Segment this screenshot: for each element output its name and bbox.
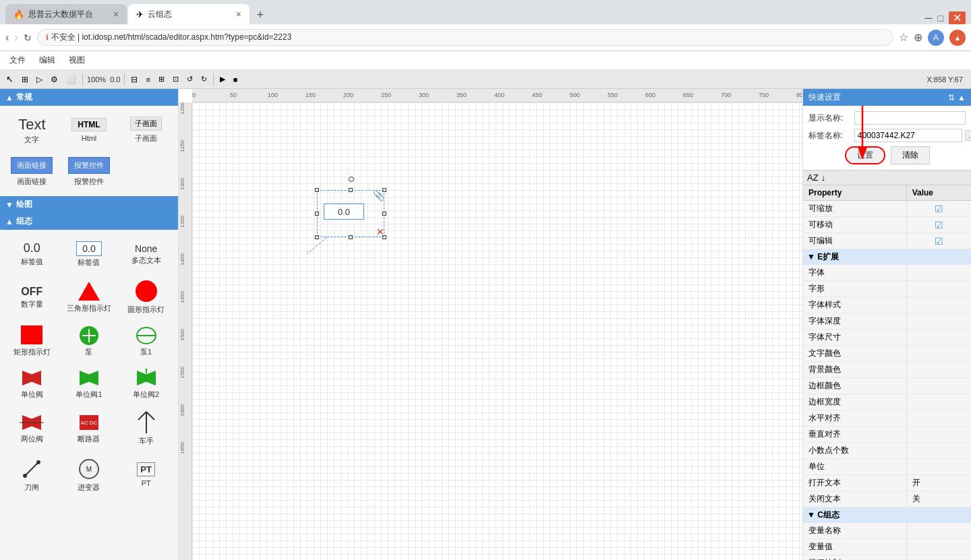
prop-textcolor-value[interactable] [906, 346, 971, 362]
single-valve1-label: 单位阀1 [76, 390, 102, 400]
selected-element-wrapper[interactable]: 0.0 📎 ✕ [317, 190, 384, 237]
nav-back[interactable]: ‹ [5, 32, 9, 44]
toolbar-redo-btn[interactable]: ↻ [198, 73, 210, 86]
menu-item-view[interactable]: 视图 [65, 53, 89, 67]
prop-bordercolor-value[interactable] [906, 378, 971, 394]
qs-set-button[interactable]: 设置 [845, 146, 885, 164]
menu-item-edit[interactable]: 编辑 [35, 53, 59, 67]
sidebar-item-pt[interactable]: PT PT [118, 452, 174, 497]
qs-sort-icon[interactable]: ⇅ [948, 93, 955, 102]
toolbar-btn3[interactable]: ⚙ [47, 73, 61, 86]
sidebar-item-tag-value[interactable]: 0.0 标签值 [4, 234, 60, 274]
prop-fontsize-value[interactable] [906, 330, 971, 346]
prop-decimals-value[interactable] [906, 443, 971, 459]
section-drawing-header[interactable]: ▼ 绘图 [0, 196, 178, 213]
toolbar-btn1[interactable]: ⊞ [18, 73, 32, 86]
prop-varname-value[interactable] [906, 523, 971, 539]
prop-movable-value[interactable]: ☑ [906, 217, 971, 233]
toolbar-btn2[interactable]: ▷ [33, 73, 46, 86]
prop-opentext-value[interactable]: 开 [906, 475, 971, 491]
toolbar-play-btn[interactable]: ▶ [216, 73, 229, 86]
section-normal-header[interactable]: ▲ 常规 [0, 89, 178, 106]
section-component-header[interactable]: ▲ 组态 [0, 213, 178, 230]
toolbar-align-btn[interactable]: ≡ [142, 73, 153, 86]
right-panel: 快速设置 ⇅ ▲ 显示名称: 标签名称: ... 设置 [802, 89, 971, 560]
sidebar-item-subpage[interactable]: 子画面 子画面 [118, 110, 174, 150]
select-tool[interactable]: ↖ [3, 72, 17, 86]
qs-tag-browse-btn[interactable]: ... [965, 130, 971, 141]
sidebar-item-hand[interactable]: 车手 [118, 406, 174, 451]
prop-remctrl-value[interactable] [906, 555, 971, 561]
sidebar-item-motor[interactable]: M 进变器 [61, 452, 117, 497]
sidebar-item-screen-link[interactable]: 画面链接 画面链接 [4, 152, 60, 192]
prop-borderwidth-value[interactable] [906, 394, 971, 410]
sidebar-item-single-valve[interactable]: 单位阀 [4, 363, 60, 404]
tab2-close[interactable]: × [236, 9, 241, 20]
qs-expand-icon[interactable]: ▲ [958, 93, 966, 102]
close-button[interactable]: ✕ [949, 11, 966, 24]
sidebar-item-single-valve2[interactable]: 单位阀2 [118, 363, 174, 404]
delete-icon[interactable]: ✕ [376, 226, 384, 237]
address-text[interactable]: 不安全 | iot.idosp.net/html/scada/editor.as… [51, 32, 292, 43]
toolbar-align3-btn[interactable]: ⊡ [169, 73, 182, 86]
qs-tag-name-input[interactable] [854, 129, 962, 142]
prop-fontstyle2-value[interactable] [906, 297, 971, 313]
sidebar-item-pump[interactable]: 泵 [61, 321, 117, 362]
update-badge[interactable]: ▲ [949, 30, 966, 46]
toolbar-align2-btn[interactable]: ⊞ [155, 73, 168, 86]
sidebar-item-html[interactable]: HTML Html [61, 110, 117, 150]
prop-varvalue-value[interactable] [906, 539, 971, 555]
tab1-close[interactable]: × [113, 9, 119, 20]
prop-font-value[interactable] [906, 265, 971, 281]
sidebar-item-tag-label[interactable]: 0.0 标签值 [61, 234, 117, 274]
prop-bgcolor-value[interactable] [906, 362, 971, 378]
toolbar-undo-btn[interactable]: ↺ [183, 73, 196, 86]
prop-scalable-value[interactable]: ☑ [906, 201, 971, 217]
minimize-button[interactable]: ─ [924, 12, 932, 24]
sidebar-item-digital[interactable]: OFF 数字量 [4, 276, 60, 319]
sidebar-item-triangle[interactable]: 三角形指示灯 [61, 276, 117, 319]
canvas-grid[interactable]: 0.0 📎 ✕ [192, 102, 802, 560]
prop-sort-az[interactable]: AZ [807, 173, 819, 183]
prop-fontstyle-value[interactable] [906, 281, 971, 297]
bookmark-icon[interactable]: ☆ [899, 31, 908, 44]
qs-display-name-input[interactable] [854, 111, 966, 125]
tab-active-2[interactable]: ✈ 云组态 × [128, 4, 249, 24]
prop-section-c-label[interactable]: ▼ C组态 [803, 507, 971, 524]
prop-closetext-value[interactable]: 关 [906, 491, 971, 507]
sidebar-item-double-valve[interactable]: 两位阀 [4, 406, 60, 451]
section-component-collapse: ▲ [5, 217, 13, 226]
prop-unit-value[interactable] [906, 459, 971, 475]
sidebar-item-alarm-ctrl[interactable]: 报警控件 报警控件 [61, 152, 117, 192]
tab-inactive-1[interactable]: 🔥 思普云大数据平台 × [5, 4, 127, 24]
prop-halign-value[interactable] [906, 410, 971, 427]
nav-refresh[interactable]: ↻ [24, 32, 32, 43]
new-tab-button[interactable]: + [251, 5, 270, 24]
restore-button[interactable]: □ [938, 13, 943, 24]
sidebar-item-breaker[interactable]: AC DC 断路器 [61, 406, 117, 451]
search-icon[interactable]: ⊕ [914, 31, 922, 44]
prop-valign-value[interactable] [906, 427, 971, 443]
qs-clear-button[interactable]: 清除 [891, 146, 930, 164]
sidebar-item-rect[interactable]: 矩形指示灯 [4, 321, 60, 362]
sidebar-item-circle[interactable]: 圆形指示灯 [118, 276, 174, 319]
prop-sort-desc[interactable]: ↓ [821, 173, 826, 183]
section-normal-content: Text 文字 HTML Html 子画面 子画面 画面链接 画面链接 报警控件… [0, 106, 178, 196]
sidebar-item-knife[interactable]: 刀闸 [4, 452, 60, 497]
handle-rotate[interactable] [349, 177, 354, 182]
prop-editable-value[interactable]: ☑ [906, 233, 971, 249]
nav-forward[interactable]: › [14, 32, 18, 44]
profile-avatar[interactable]: A [928, 30, 944, 46]
sidebar-item-pump1[interactable]: 泵1 [118, 321, 174, 362]
sidebar-item-text[interactable]: Text 文字 [4, 110, 60, 150]
prop-section-e-label[interactable]: ▼ E扩展 [803, 249, 971, 266]
menu-item-file[interactable]: 文件 [5, 53, 30, 67]
toolbar-btn4[interactable]: ⬜ [63, 73, 80, 86]
toolbar-stop-btn[interactable]: ■ [230, 73, 241, 86]
sidebar-item-multistate[interactable]: None 多态文本 [118, 234, 174, 274]
knife-label: 刀闸 [24, 483, 39, 493]
element-content[interactable]: 0.0 [324, 204, 364, 220]
sidebar-item-single-valve1[interactable]: 单位阀1 [61, 363, 117, 404]
toolbar-grid-btn[interactable]: ⊟ [127, 73, 141, 86]
prop-fontdepth-value[interactable] [906, 313, 971, 330]
